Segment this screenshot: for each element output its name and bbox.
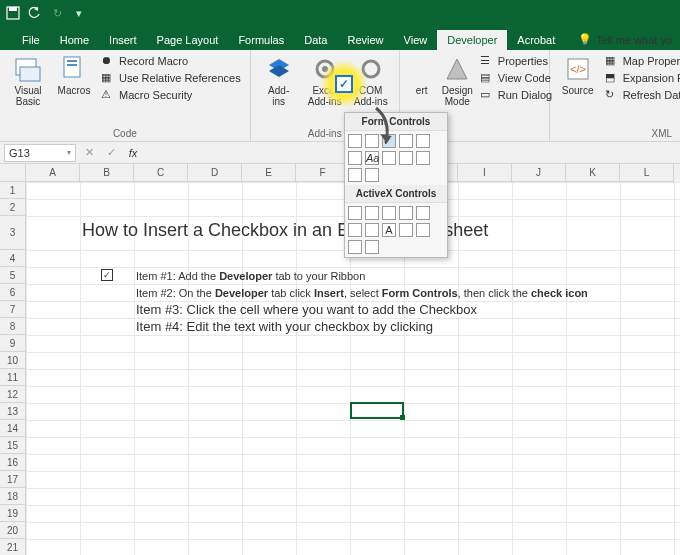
col-header[interactable]: D [188, 164, 242, 182]
row-header[interactable]: 6 [0, 284, 26, 301]
row-header[interactable]: 5 [0, 267, 26, 284]
row-header[interactable]: 21 [0, 539, 26, 555]
tab-page-layout[interactable]: Page Layout [147, 30, 229, 50]
tab-formulas[interactable]: Formulas [228, 30, 294, 50]
row-header[interactable]: 4 [0, 250, 26, 267]
col-header[interactable]: A [26, 164, 80, 182]
tell-me[interactable]: 💡Tell me what yo [570, 29, 680, 50]
insert-control-button[interactable]: ert [406, 53, 438, 109]
ax-image-icon[interactable] [416, 223, 430, 237]
ax-text-icon[interactable] [416, 206, 430, 220]
ax-combo-icon[interactable] [365, 206, 379, 220]
ax-more-icon[interactable] [365, 240, 379, 254]
group-label: XML [556, 128, 680, 139]
col-header[interactable]: C [134, 164, 188, 182]
refresh-icon: ↻ [605, 88, 619, 102]
design-mode-button[interactable]: Design Mode [440, 53, 475, 109]
select-all-corner[interactable] [0, 164, 26, 182]
map-properties-button[interactable]: ▦Map Properties [602, 53, 680, 69]
selected-cell[interactable] [350, 402, 404, 419]
col-header[interactable]: K [566, 164, 620, 182]
title-bar: ↻ ▾ [0, 0, 680, 26]
row-header[interactable]: 18 [0, 488, 26, 505]
enter-icon[interactable]: ✓ [102, 144, 120, 162]
row-header[interactable]: 11 [0, 369, 26, 386]
ax-button-icon[interactable] [348, 206, 362, 220]
row-header[interactable]: 15 [0, 437, 26, 454]
tab-view[interactable]: View [394, 30, 438, 50]
row-header[interactable]: 20 [0, 522, 26, 539]
row-header[interactable]: 9 [0, 335, 26, 352]
row-header[interactable]: 3 [0, 216, 26, 250]
col-header[interactable]: E [242, 164, 296, 182]
ax-label-icon[interactable] [399, 223, 413, 237]
column-headers: A B C D E F G H I J K L [0, 164, 680, 182]
row-header[interactable]: 19 [0, 505, 26, 522]
form-combo-icon[interactable] [365, 134, 379, 148]
row-header[interactable]: 17 [0, 471, 26, 488]
form-option-icon[interactable] [348, 151, 362, 165]
row-header[interactable]: 1 [0, 182, 26, 199]
undo-icon[interactable] [28, 6, 42, 20]
record-macro-button[interactable]: ⏺Record Macro [98, 53, 244, 69]
col-header[interactable]: I [458, 164, 512, 182]
row-header[interactable]: 12 [0, 386, 26, 403]
macros-button[interactable]: Macros [52, 53, 96, 109]
ax-list-icon[interactable] [399, 206, 413, 220]
tab-file[interactable]: File [12, 30, 50, 50]
ax-spin-icon[interactable] [365, 223, 379, 237]
run-dialog-button[interactable]: ▭Run Dialog [477, 87, 555, 103]
col-header[interactable]: B [80, 164, 134, 182]
fx-icon[interactable]: fx [124, 144, 142, 162]
ax-option-icon[interactable]: A [382, 223, 396, 237]
tab-acrobat[interactable]: Acrobat [507, 30, 565, 50]
excel-addins-button[interactable]: Excel Add-ins [303, 53, 347, 109]
relative-refs-button[interactable]: ▦Use Relative References [98, 70, 244, 86]
view-code-button[interactable]: ▤View Code [477, 70, 555, 86]
com-addins-button[interactable]: COM Add-ins [349, 53, 393, 109]
tab-home[interactable]: Home [50, 30, 99, 50]
form-label-icon[interactable]: Aa [365, 151, 379, 165]
macro-security-button[interactable]: ⚠Macro Security [98, 87, 244, 103]
form-extra1-icon[interactable] [416, 151, 430, 165]
name-box[interactable]: G13 [4, 144, 76, 162]
shield-icon: ⚠ [101, 88, 115, 102]
form-group-icon[interactable] [399, 151, 413, 165]
col-header[interactable]: L [620, 164, 674, 182]
row-header[interactable]: 16 [0, 454, 26, 471]
visual-basic-button[interactable]: Visual Basic [6, 53, 50, 109]
row-header[interactable]: 14 [0, 420, 26, 437]
row-header[interactable]: 13 [0, 403, 26, 420]
qat-more-icon[interactable]: ▾ [72, 6, 86, 20]
cancel-icon[interactable]: ✕ [80, 144, 98, 162]
form-checkbox-icon[interactable]: ✓ [382, 134, 396, 148]
tab-developer[interactable]: Developer [437, 30, 507, 50]
row-header[interactable]: 2 [0, 199, 26, 216]
row-header[interactable]: 7 [0, 301, 26, 318]
col-header[interactable]: F [296, 164, 350, 182]
refresh-data-button[interactable]: ↻Refresh Data [602, 87, 680, 103]
form-listbox-icon[interactable] [416, 134, 430, 148]
form-button-icon[interactable] [348, 134, 362, 148]
properties-button[interactable]: ☰Properties [477, 53, 555, 69]
checkbox-control[interactable] [101, 269, 113, 281]
ax-toggle-icon[interactable] [348, 240, 362, 254]
col-header[interactable]: J [512, 164, 566, 182]
bulb-icon: 💡 [578, 33, 592, 46]
redo-icon[interactable]: ↻ [50, 6, 64, 20]
source-button[interactable]: </>Source [556, 53, 600, 103]
form-extra3-icon[interactable] [365, 168, 379, 182]
ax-scroll-icon[interactable] [348, 223, 362, 237]
tab-review[interactable]: Review [337, 30, 393, 50]
expansion-packs-button[interactable]: ⬒Expansion Packs [602, 70, 680, 86]
form-extra2-icon[interactable] [348, 168, 362, 182]
tab-data[interactable]: Data [294, 30, 337, 50]
save-icon[interactable] [6, 6, 20, 20]
form-scroll-icon[interactable] [382, 151, 396, 165]
tab-insert[interactable]: Insert [99, 30, 147, 50]
row-header[interactable]: 10 [0, 352, 26, 369]
form-spinner-icon[interactable] [399, 134, 413, 148]
addins-button[interactable]: Add- ins [257, 53, 301, 109]
row-header[interactable]: 8 [0, 318, 26, 335]
ax-checkbox-icon[interactable] [382, 206, 396, 220]
